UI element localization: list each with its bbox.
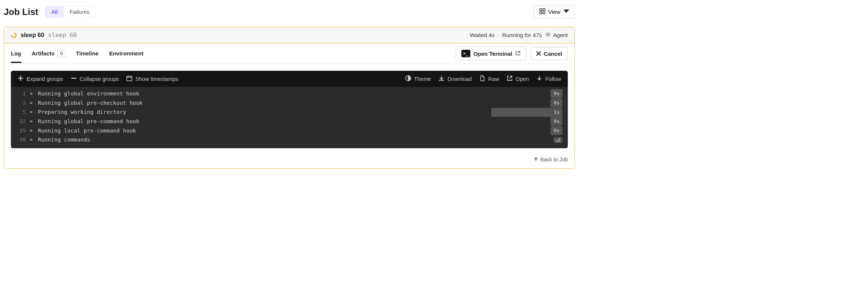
agent-link[interactable]: Agent <box>545 31 568 39</box>
open-terminal-button[interactable]: >_ Open Terminal <box>456 46 526 61</box>
log-panel: Expand groups Collapse groups Show times… <box>11 71 568 148</box>
log-line-number: 32 <box>11 117 30 126</box>
minus-icon <box>71 75 77 82</box>
topbar-left: Job List All Failures <box>4 6 96 18</box>
follow-button[interactable]: Follow <box>536 75 561 82</box>
log-line[interactable]: 5▶Preparing working directory1s <box>11 107 568 117</box>
cancel-button[interactable]: Cancel <box>531 47 568 60</box>
log-line-number: 3 <box>11 98 30 108</box>
timestamps-label: Show timestamps <box>135 76 178 82</box>
svg-rect-2 <box>540 12 542 14</box>
open-button[interactable]: Open <box>507 75 529 82</box>
caret-right-icon: ▶ <box>30 90 36 97</box>
back-to-job-link[interactable]: Back to Job <box>534 156 568 162</box>
log-line[interactable]: 35▶Running local pre-command hook0s <box>11 126 568 136</box>
expand-groups-button[interactable]: Expand groups <box>18 75 63 82</box>
raw-button[interactable]: Raw <box>479 75 499 82</box>
file-icon <box>479 75 485 82</box>
log-toolbar: Expand groups Collapse groups Show times… <box>11 71 568 87</box>
log-line-duration: 0s <box>551 117 563 126</box>
theme-label: Theme <box>414 76 431 82</box>
log-line[interactable]: 3▶Running global pre-checkout hook0s <box>11 98 568 108</box>
log-line-number: 5 <box>11 107 30 117</box>
download-label: Download <box>447 76 472 82</box>
duration-pill: 0s <box>551 89 563 98</box>
caret-down-icon <box>563 8 569 15</box>
svg-point-5 <box>547 34 549 35</box>
gear-icon <box>545 31 551 39</box>
filter-tab-all[interactable]: All <box>45 6 64 17</box>
topbar: Job List All Failures View <box>0 0 579 25</box>
job-name: sleep 60 <box>21 32 44 39</box>
log-line-text: Preparing working directory <box>36 107 491 117</box>
duration-pill: 1s <box>491 108 563 117</box>
caret-right-icon: ▶ <box>30 109 36 116</box>
log-line-text: Running global pre-checkout hook <box>36 98 551 108</box>
filter-tab-failures[interactable]: Failures <box>64 6 96 17</box>
log-line-number: 35 <box>11 126 30 136</box>
svg-rect-3 <box>543 12 545 14</box>
log-line-text: Running global pre-command hook <box>36 117 551 126</box>
grid-icon <box>539 8 545 15</box>
page-title: Job List <box>4 7 38 17</box>
tab-timeline[interactable]: Timeline <box>76 45 99 63</box>
log-body: 1▶Running global environment hook0s3▶Run… <box>11 87 568 148</box>
arrow-down-icon <box>536 75 542 82</box>
expand-label: Expand groups <box>27 76 63 82</box>
log-line-text: Running local pre-command hook <box>36 126 551 136</box>
terminal-icon: >_ <box>461 50 470 57</box>
svg-rect-6 <box>127 76 132 81</box>
job-command: sleep 60 <box>48 31 77 39</box>
caret-right-icon: ▶ <box>30 127 36 134</box>
filter-tabs: All Failures <box>45 6 96 18</box>
external-link-icon <box>507 75 513 82</box>
artifacts-count-badge: 0 <box>57 50 65 57</box>
tab-environment[interactable]: Environment <box>109 45 144 63</box>
spinner-icon <box>11 32 17 38</box>
job-header: sleep 60 sleep 60 Waited 4s · Running fo… <box>4 27 575 43</box>
log-line-duration: 1s <box>491 108 563 117</box>
caret-right-icon: ▶ <box>30 118 36 125</box>
log-line-duration: 0s <box>551 89 563 98</box>
download-icon <box>438 75 444 82</box>
svg-rect-1 <box>543 9 545 11</box>
arrow-up-icon <box>534 156 538 162</box>
raw-label: Raw <box>488 76 499 82</box>
job-header-right: Waited 4s · Running for 47s Agent <box>470 31 568 39</box>
tab-artifacts-label: Artifacts <box>32 50 55 57</box>
duration-pill: 0s <box>551 98 563 107</box>
open-terminal-label: Open Terminal <box>473 51 512 57</box>
caret-right-icon: ▶ <box>30 136 36 143</box>
svg-point-8 <box>557 139 560 142</box>
back-to-job: Back to Job <box>4 155 575 168</box>
plus-icon <box>18 75 24 82</box>
log-line-duration <box>554 137 563 143</box>
log-line-text: Running global environment hook <box>36 89 551 98</box>
close-icon <box>536 51 541 57</box>
log-line-number: 38 <box>11 135 30 145</box>
tab-artifacts[interactable]: Artifacts 0 <box>32 45 66 63</box>
tab-log[interactable]: Log <box>11 45 21 63</box>
agent-label: Agent <box>553 32 568 38</box>
log-line-text: Running commands <box>36 135 554 145</box>
log-toolbar-right: Theme Download Raw Open Follow <box>405 75 561 82</box>
log-line[interactable]: 1▶Running global environment hook0s <box>11 89 568 98</box>
download-button[interactable]: Download <box>438 75 472 82</box>
log-toolbar-left: Expand groups Collapse groups Show times… <box>18 75 178 82</box>
duration-pill: 0s <box>551 126 563 135</box>
theme-button[interactable]: Theme <box>405 75 431 82</box>
follow-label: Follow <box>545 76 561 82</box>
cancel-label: Cancel <box>544 51 562 57</box>
show-timestamps-button[interactable]: Show timestamps <box>126 75 178 82</box>
open-label: Open <box>516 76 529 82</box>
job-subbar: Log Artifacts 0 Timeline Environment >_ … <box>4 43 575 64</box>
log-line-duration: 0s <box>551 126 563 135</box>
separator: · <box>498 32 499 38</box>
view-button[interactable]: View <box>534 5 575 18</box>
spinner-icon <box>554 137 563 143</box>
job-running: Running for 47s <box>502 32 542 38</box>
log-line[interactable]: 32▶Running global pre-command hook0s <box>11 117 568 126</box>
collapse-groups-button[interactable]: Collapse groups <box>71 75 119 82</box>
svg-point-4 <box>12 33 16 37</box>
log-line[interactable]: 38▶Running commands <box>11 135 568 145</box>
